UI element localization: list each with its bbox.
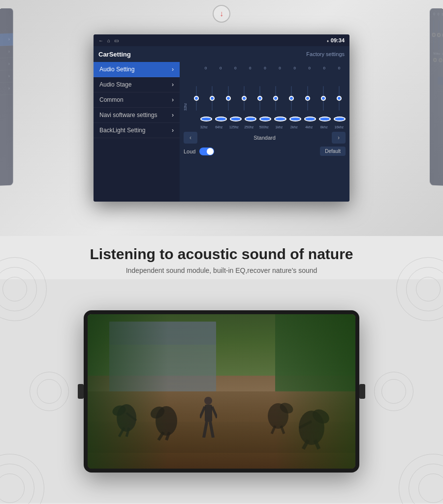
- app-switch-icon[interactable]: ▭: [114, 38, 119, 43]
- factory-settings-label[interactable]: Factory settings: [306, 51, 345, 57]
- back-icon[interactable]: ←: [98, 38, 103, 43]
- status-bar: ← ⌂ ▭ ⬧ 09:34: [94, 34, 349, 46]
- home-icon[interactable]: ⌂: [107, 38, 110, 43]
- eq-panel: 0 0 0 0 0 0 0 0 0 0 32hz: [180, 62, 349, 202]
- left-bump-1: [78, 384, 84, 399]
- loud-toggle[interactable]: [199, 148, 214, 155]
- eq-sliders-row: 32hz: [184, 73, 346, 113]
- ghost-default-right: Default: [438, 77, 443, 88]
- eq-dot-10[interactable]: [334, 117, 346, 121]
- backlight-arrow: ›: [172, 127, 174, 134]
- status-time: 09:34: [331, 37, 345, 43]
- app-header: CarSetting Factory settings: [94, 46, 349, 62]
- eq-dot-1[interactable]: [200, 117, 212, 121]
- device-right-bumps: [359, 384, 365, 399]
- settings-sidebar: Audio Setting › Audio Stage › Common › N…: [94, 62, 180, 202]
- preset-prev-button[interactable]: ‹: [184, 132, 197, 144]
- main-heading: Listening to acoustic sound of nature: [20, 246, 423, 263]
- device-screen: [88, 314, 355, 469]
- eq-dot-7[interactable]: [289, 117, 301, 121]
- eq-dot-8[interactable]: [304, 117, 316, 121]
- navi-arrow: ›: [172, 112, 174, 119]
- sidebar-item-navi[interactable]: Navi software settings ›: [94, 108, 180, 123]
- loud-label: Loud: [184, 148, 195, 154]
- audio-setting-arrow: ›: [172, 66, 174, 73]
- eq-freq-labels: 32hz 64hz 125hz 250hz 500hz 1khz 2khz 4k…: [184, 125, 346, 129]
- eq-col-64hz[interactable]: [206, 86, 219, 111]
- eq-col-8khz[interactable]: [317, 86, 330, 111]
- main-car-screen: ← ⌂ ▭ ⬧ 09:34 CarSetting Factory setting…: [94, 34, 349, 202]
- scene-ambient-overlay: [88, 314, 355, 469]
- preset-name-label: Standard: [200, 135, 329, 141]
- right-bump-1: [359, 384, 365, 399]
- preset-next-button[interactable]: ›: [332, 132, 346, 144]
- sidebar-item-backlight[interactable]: BackLight Setting ›: [94, 123, 180, 138]
- device-left-bumps: [78, 384, 84, 399]
- eq-dot-6[interactable]: [274, 117, 286, 121]
- common-arrow: ›: [172, 96, 174, 103]
- eq-col-32hz[interactable]: [190, 86, 203, 111]
- sub-heading: Independent sound module, built-in EQ,re…: [20, 267, 423, 274]
- status-icons-left: ← ⌂ ▭: [98, 38, 119, 43]
- ghost-eq-bars-left: 32hz: [0, 95, 13, 138]
- ghost-dots-right: [433, 58, 443, 65]
- eq-dot-5[interactable]: [259, 117, 271, 121]
- eq-values-row: 0 0 0 0 0 0 0 0 0 0: [184, 66, 346, 70]
- gps-status: ⬧ 09:34: [326, 37, 345, 43]
- eq-bottom-controls: Loud Default: [184, 147, 346, 156]
- eq-col-16khz[interactable]: [333, 86, 346, 111]
- ghost-eq-tracks-right: [433, 18, 443, 55]
- eq-col-250hz[interactable]: [238, 86, 251, 111]
- eq-col-2khz[interactable]: [285, 86, 298, 111]
- eq-dot-9[interactable]: [319, 117, 331, 121]
- eq-dot-2[interactable]: [215, 117, 227, 121]
- down-arrow-circle[interactable]: ↓: [213, 5, 230, 23]
- eq-dots-row: [184, 116, 346, 122]
- app-title: CarSetting: [98, 51, 131, 58]
- eq-col-125hz[interactable]: [222, 86, 234, 111]
- eq-preset-row: ‹ Standard ›: [184, 132, 346, 144]
- left-ghost-panel: CarSetting Audio Setting› Audio Stage› C…: [0, 8, 13, 189]
- right-ghost-content: 0 0 0 0 0 0 500hz 1khz 2khz 4khz: [430, 8, 443, 189]
- sidebar-item-audio-setting[interactable]: Audio Setting ›: [94, 62, 180, 77]
- sidebar-item-audio-stage[interactable]: Audio Stage ›: [94, 77, 180, 92]
- scene-background: [88, 314, 355, 469]
- text-section: Listening to acoustic sound of nature In…: [0, 236, 443, 279]
- eq-dot-3[interactable]: [230, 117, 242, 121]
- eq-dot-4[interactable]: [245, 117, 256, 121]
- bottom-section: [0, 279, 443, 503]
- eq-col-1khz[interactable]: [269, 86, 282, 111]
- gps-icon: ⬧: [326, 38, 329, 43]
- eq-col-500hz[interactable]: [253, 86, 266, 111]
- top-section: ↓ CarSetting Audio Setting› Audio Stage›…: [0, 0, 443, 236]
- ghost-preset-right: › Standard: [433, 65, 443, 77]
- right-ghost-panel: 0 0 0 0 0 0 500hz 1khz 2khz 4khz: [430, 8, 443, 189]
- down-arrow-icon: ↓: [220, 9, 223, 18]
- car-device-frame: [84, 310, 359, 473]
- loud-toggle-knob: [207, 148, 214, 155]
- sidebar-item-common[interactable]: Common ›: [94, 92, 180, 108]
- default-button[interactable]: Default: [320, 147, 346, 156]
- ghost-eq-freq-right: 500hz 1khz 2khz 4khz 8khz 16khz: [433, 52, 443, 58]
- left-sidebar-ghost: CarSetting Audio Setting› Audio Stage› C…: [0, 8, 13, 189]
- audio-stage-arrow: ›: [172, 81, 174, 88]
- eq-col-4khz[interactable]: [301, 86, 314, 111]
- main-content-area: Audio Setting › Audio Stage › Common › N…: [94, 62, 349, 202]
